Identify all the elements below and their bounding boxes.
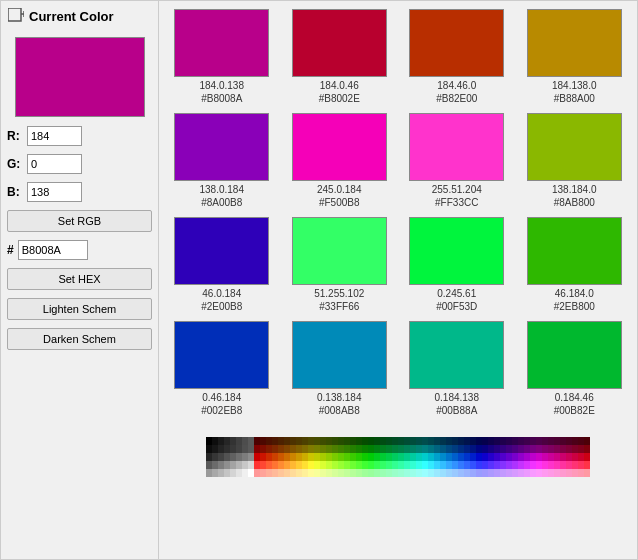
- panel-title-text: Current Color: [29, 9, 114, 24]
- color-palette: [167, 437, 629, 477]
- swatch-item: 0.184.46 #00B82E: [520, 321, 630, 417]
- swatch-label: 184.46.0 #B82E00: [436, 79, 477, 105]
- swatch-item: 184.0.46 #B8002E: [285, 9, 395, 105]
- panel-header: Current Color: [7, 7, 152, 25]
- swatch-label: 0.184.46 #00B82E: [554, 391, 595, 417]
- swatch-color-box[interactable]: [174, 113, 269, 181]
- palette-cell[interactable]: [584, 461, 590, 469]
- swatch-item: 184.46.0 #B82E00: [402, 9, 512, 105]
- hex-input[interactable]: [18, 240, 88, 260]
- swatch-label: 46.0.184 #2E00B8: [201, 287, 242, 313]
- swatch-label: 0.184.138 #00B88A: [435, 391, 480, 417]
- swatch-color-box[interactable]: [409, 113, 504, 181]
- set-hex-button[interactable]: Set HEX: [7, 268, 152, 290]
- swatch-color-box[interactable]: [174, 321, 269, 389]
- swatch-item: 0.138.184 #008AB8: [285, 321, 395, 417]
- color-picker-icon: [7, 7, 25, 25]
- g-row: G:: [7, 154, 152, 174]
- swatch-item: 46.0.184 #2E00B8: [167, 217, 277, 313]
- palette-cell[interactable]: [584, 469, 590, 477]
- swatch-label: 0.46.184 #002EB8: [201, 391, 242, 417]
- swatch-color-box[interactable]: [527, 9, 622, 77]
- r-label: R:: [7, 129, 23, 143]
- svg-rect-0: [8, 8, 21, 21]
- set-rgb-button[interactable]: Set RGB: [7, 210, 152, 232]
- swatch-item: 0.245.61 #00F53D: [402, 217, 512, 313]
- swatch-color-box[interactable]: [409, 217, 504, 285]
- g-label: G:: [7, 157, 23, 171]
- color-preview-box: [15, 37, 145, 117]
- swatch-color-box[interactable]: [292, 217, 387, 285]
- swatch-color-box[interactable]: [292, 9, 387, 77]
- swatch-item: 0.46.184 #002EB8: [167, 321, 277, 417]
- swatch-item: 51.255.102 #33FF66: [285, 217, 395, 313]
- palette-cell[interactable]: [584, 445, 590, 453]
- darken-button[interactable]: Darken Schem: [7, 328, 152, 350]
- lighten-button[interactable]: Lighten Schem: [7, 298, 152, 320]
- swatch-label: 184.0.46 #B8002E: [319, 79, 360, 105]
- swatch-color-box[interactable]: [527, 321, 622, 389]
- swatch-color-box[interactable]: [292, 321, 387, 389]
- hex-symbol: #: [7, 243, 14, 257]
- swatch-label: 0.245.61 #00F53D: [436, 287, 477, 313]
- swatch-label: 184.0.138 #B8008A: [200, 79, 245, 105]
- swatch-label: 0.138.184 #008AB8: [317, 391, 362, 417]
- swatch-item: 138.184.0 #8AB800: [520, 113, 630, 209]
- g-input[interactable]: [27, 154, 82, 174]
- swatch-color-box[interactable]: [292, 113, 387, 181]
- b-label: B:: [7, 185, 23, 199]
- r-input[interactable]: [27, 126, 82, 146]
- left-panel: Current Color R: G: B: Set RGB # Set HEX…: [1, 1, 159, 559]
- palette-cell[interactable]: [584, 437, 590, 445]
- b-row: B:: [7, 182, 152, 202]
- swatch-label: 255.51.204 #FF33CC: [432, 183, 482, 209]
- swatch-item: 0.184.138 #00B88A: [402, 321, 512, 417]
- swatch-color-box[interactable]: [174, 9, 269, 77]
- swatch-label: 184.138.0 #B88A00: [552, 79, 597, 105]
- swatch-item: 46.184.0 #2EB800: [520, 217, 630, 313]
- swatch-label: 138.0.184 #8A00B8: [200, 183, 245, 209]
- swatch-label: 138.184.0 #8AB800: [552, 183, 597, 209]
- swatch-item: 255.51.204 #FF33CC: [402, 113, 512, 209]
- palette-cell[interactable]: [584, 453, 590, 461]
- swatch-label: 245.0.184 #F500B8: [317, 183, 362, 209]
- swatch-color-box[interactable]: [174, 217, 269, 285]
- swatch-color-box[interactable]: [409, 9, 504, 77]
- swatches-grid: 184.0.138 #B8008A184.0.46 #B8002E184.46.…: [167, 9, 629, 417]
- swatch-color-box[interactable]: [409, 321, 504, 389]
- swatch-label: 51.255.102 #33FF66: [314, 287, 364, 313]
- swatch-item: 184.0.138 #B8008A: [167, 9, 277, 105]
- swatch-item: 138.0.184 #8A00B8: [167, 113, 277, 209]
- swatch-color-box[interactable]: [527, 113, 622, 181]
- right-panel: 184.0.138 #B8008A184.0.46 #B8002E184.46.…: [159, 1, 637, 559]
- hex-row: #: [7, 240, 152, 260]
- r-row: R:: [7, 126, 152, 146]
- swatch-item: 245.0.184 #F500B8: [285, 113, 395, 209]
- swatch-label: 46.184.0 #2EB800: [554, 287, 595, 313]
- swatch-color-box[interactable]: [527, 217, 622, 285]
- swatch-item: 184.138.0 #B88A00: [520, 9, 630, 105]
- b-input[interactable]: [27, 182, 82, 202]
- palette-grid: [206, 437, 590, 477]
- app-window: Current Color R: G: B: Set RGB # Set HEX…: [0, 0, 638, 560]
